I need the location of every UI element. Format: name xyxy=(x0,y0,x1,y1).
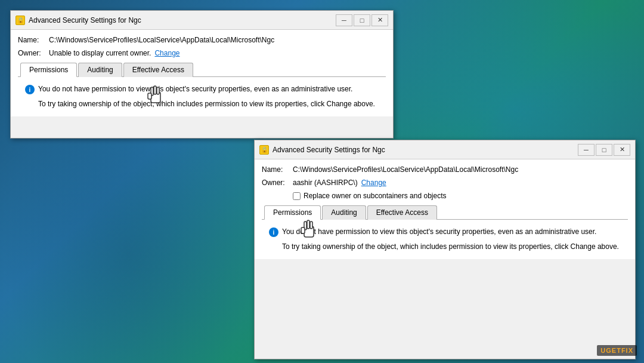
tabs-2: Permissions Auditing Effective Access xyxy=(262,205,628,220)
owner-value-2: aashir (AASHIRPC\) xyxy=(293,179,358,187)
checkbox-row-2: Replace owner on subcontainers and objec… xyxy=(293,192,628,200)
window-title-2: Advanced Security Settings for Ngc xyxy=(273,146,578,154)
replace-owner-label: Replace owner on subcontainers and objec… xyxy=(304,192,446,200)
title-bar-buttons-2: ─ □ ✕ xyxy=(578,144,630,156)
minimize-button-1[interactable]: ─ xyxy=(336,14,352,26)
replace-owner-checkbox[interactable] xyxy=(293,192,301,200)
tab-auditing-2[interactable]: Auditing xyxy=(322,205,366,220)
close-button-2[interactable]: ✕ xyxy=(614,144,630,156)
tab-auditing-1[interactable]: Auditing xyxy=(78,63,122,77)
tab-effective-access-2[interactable]: Effective Access xyxy=(367,205,437,220)
info-row-1: i You do not have permission to view thi… xyxy=(25,84,379,94)
watermark-text: UGETFIX xyxy=(600,347,633,354)
info-row-2: i You do not have permission to view thi… xyxy=(269,227,621,237)
info-icon-2: i xyxy=(269,227,278,237)
title-bar-buttons-1: ─ □ ✕ xyxy=(336,14,388,26)
info-text-2: You do not have permission to view this … xyxy=(282,227,596,237)
name-label-1: Name: xyxy=(18,36,49,44)
name-row-1: Name: C:\Windows\ServiceProfiles\LocalSe… xyxy=(18,36,386,44)
title-bar-1[interactable]: 🔒 Advanced Security Settings for Ngc ─ □… xyxy=(11,11,393,30)
window-content-2: Name: C:\Windows\ServiceProfiles\LocalSe… xyxy=(255,159,635,259)
tab-permissions-2[interactable]: Permissions xyxy=(264,205,321,220)
info-icon-1: i xyxy=(25,85,35,94)
tab-effective-access-1[interactable]: Effective Access xyxy=(123,63,193,77)
window-1: 🔒 Advanced Security Settings for Ngc ─ □… xyxy=(10,10,394,139)
window-icon-2: 🔒 xyxy=(259,145,269,155)
owner-change-link-1[interactable]: Change xyxy=(154,49,179,57)
owner-change-link-2[interactable]: Change xyxy=(361,179,386,187)
close-button-1[interactable]: ✕ xyxy=(371,14,388,26)
window-content-1: Name: C:\Windows\ServiceProfiles\LocalSe… xyxy=(11,30,393,116)
owner-row-1: Owner: Unable to display current owner. … xyxy=(18,49,386,57)
maximize-button-1[interactable]: □ xyxy=(354,14,370,26)
message-area-2: i You do not have permission to view thi… xyxy=(262,220,628,259)
name-row-2: Name: C:\Windows\ServiceProfiles\LocalSe… xyxy=(262,165,628,174)
tabs-1: Permissions Auditing Effective Access xyxy=(18,62,386,77)
owner-row-2: Owner: aashir (AASHIRPC\) Change xyxy=(262,179,628,187)
owner-label-1: Owner: xyxy=(18,49,49,57)
message-area-1: i You do not have permission to view thi… xyxy=(18,77,386,116)
info-text2-1: To try taking ownership of the object, w… xyxy=(38,99,379,109)
maximize-button-2[interactable]: □ xyxy=(596,144,612,156)
owner-value-1: Unable to display current owner. xyxy=(49,49,151,57)
minimize-button-2[interactable]: ─ xyxy=(578,144,595,156)
name-label-2: Name: xyxy=(262,165,293,174)
tab-permissions-1[interactable]: Permissions xyxy=(20,63,77,77)
window-2: 🔒 Advanced Security Settings for Ngc ─ □… xyxy=(254,140,636,359)
watermark: UGETFIX xyxy=(597,345,637,356)
window-title-1: Advanced Security Settings for Ngc xyxy=(29,16,336,24)
owner-label-2: Owner: xyxy=(262,179,293,187)
info-text2-2: To try taking ownership of the object, w… xyxy=(282,242,621,252)
info-text-1: You do not have permission to view this … xyxy=(38,84,352,94)
title-bar-2[interactable]: 🔒 Advanced Security Settings for Ngc ─ □… xyxy=(255,140,635,159)
name-value-2: C:\Windows\ServiceProfiles\LocalService\… xyxy=(293,165,518,174)
window-icon-1: 🔒 xyxy=(16,16,25,25)
name-value-1: C:\Windows\ServiceProfiles\LocalService\… xyxy=(49,36,274,44)
